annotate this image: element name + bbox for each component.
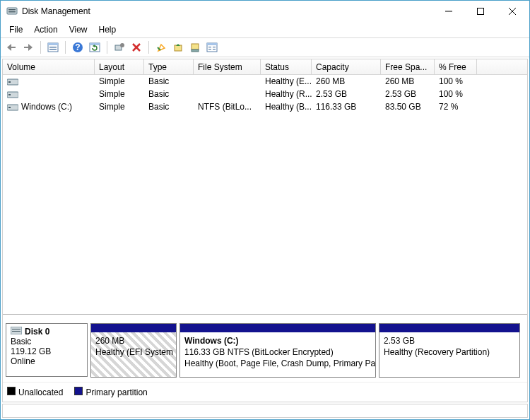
menu-action[interactable]: Action <box>28 23 63 37</box>
disk-state: Online <box>11 356 83 366</box>
disk-size: 119.12 GB <box>11 346 83 356</box>
volume-type: Basic <box>144 75 194 88</box>
nav-back-button[interactable] <box>4 40 19 55</box>
svg-rect-25 <box>207 43 217 45</box>
col-pctfree[interactable]: % Free <box>435 59 477 75</box>
content-area: Volume Layout Type File System Status Ca… <box>2 59 528 402</box>
partition-line1: 260 MB <box>95 335 172 346</box>
help-button[interactable]: ? <box>70 40 86 55</box>
menu-file[interactable]: File <box>4 23 28 37</box>
partition[interactable]: 2.53 GBHealthy (Recovery Partition) <box>379 323 520 378</box>
partition-body: Windows (C:)116.33 GB NTFS (BitLocker En… <box>180 332 375 377</box>
volume-row[interactable]: SimpleBasicHealthy (R...2.53 GB2.53 GB10… <box>3 88 527 100</box>
svg-text:?: ? <box>75 42 80 52</box>
volume-list[interactable]: Volume Layout Type File System Status Ca… <box>3 59 527 314</box>
toolbar-separator <box>148 41 149 54</box>
col-freespace[interactable]: Free Spa... <box>381 59 435 75</box>
disk-icon <box>11 327 22 337</box>
disk-label[interactable]: Disk 0 Basic 119.12 GB Online <box>6 323 88 377</box>
app-window: Disk Management File Action View Help ? … <box>0 0 530 420</box>
svg-rect-4 <box>477 8 483 15</box>
volume-capacity: 2.53 GB <box>312 88 381 100</box>
svg-rect-33 <box>8 94 11 95</box>
nav-forward-button[interactable] <box>20 40 36 55</box>
volume-free: 83.50 GB <box>381 100 435 113</box>
svg-rect-22 <box>192 44 199 49</box>
col-status[interactable]: Status <box>261 59 312 75</box>
delete-button[interactable] <box>129 40 144 55</box>
volume-pctfree: 100 % <box>435 88 477 100</box>
legend-primary: Primary partition <box>74 387 147 397</box>
legend: Unallocated Primary partition <box>3 382 527 402</box>
volume-layout: Simple <box>95 100 144 113</box>
volume-free: 2.53 GB <box>381 88 435 100</box>
drive-icon <box>7 91 18 98</box>
swatch-unallocated-icon <box>7 387 16 395</box>
svg-rect-10 <box>48 43 58 45</box>
swatch-primary-icon <box>74 387 83 395</box>
partition-bar <box>180 324 375 332</box>
svg-rect-26 <box>208 47 211 47</box>
volume-pctfree: 72 % <box>435 100 477 113</box>
show-hide-console-tree-button[interactable] <box>45 40 61 55</box>
partition-line2: Healthy (Recovery Partition) <box>384 346 515 358</box>
partition-body: 2.53 GBHealthy (Recovery Partition) <box>379 332 519 377</box>
svg-rect-1 <box>8 9 16 11</box>
volume-status: Healthy (E... <box>261 75 312 88</box>
col-filler <box>477 59 527 75</box>
svg-rect-8 <box>24 47 28 48</box>
svg-rect-38 <box>12 331 20 332</box>
volume-status: Healthy (R... <box>261 88 312 100</box>
toolbar: ? <box>1 37 529 57</box>
volume-pctfree: 100 % <box>435 75 477 88</box>
maximize-button[interactable] <box>464 1 496 22</box>
partition-line2: Healthy (Boot, Page File, Crash Dump, Pr… <box>184 358 371 369</box>
partition-body: 260 MBHealthy (EFI System Partition) <box>91 332 176 377</box>
volume-fs: NTFS (BitLo... <box>194 100 261 113</box>
svg-rect-21 <box>175 45 182 51</box>
disk-type: Basic <box>11 337 83 346</box>
svg-rect-12 <box>49 49 57 50</box>
refresh-button[interactable] <box>87 40 102 55</box>
disk-graphical-view: Disk 0 Basic 119.12 GB Online 260 MBHeal… <box>3 314 527 382</box>
menubar: File Action View Help <box>1 22 529 37</box>
volume-free: 260 MB <box>381 75 435 88</box>
menu-help[interactable]: Help <box>93 23 122 37</box>
properties-button[interactable] <box>204 40 220 55</box>
disk-name: Disk 0 <box>25 327 49 337</box>
show-bottom-button[interactable] <box>187 40 203 55</box>
volume-layout: Simple <box>95 88 144 100</box>
partition[interactable]: Windows (C:)116.33 GB NTFS (BitLocker En… <box>179 323 376 378</box>
col-type[interactable]: Type <box>144 59 194 75</box>
svg-rect-29 <box>213 49 216 49</box>
col-capacity[interactable]: Capacity <box>312 59 381 75</box>
svg-rect-0 <box>7 8 17 14</box>
drive-icon <box>7 103 18 111</box>
drive-icon <box>7 78 18 86</box>
show-top-button[interactable] <box>170 40 186 55</box>
col-layout[interactable]: Layout <box>95 59 144 75</box>
partition[interactable]: 260 MBHealthy (EFI System Partition) <box>90 323 177 378</box>
close-button[interactable] <box>496 1 528 22</box>
partition-line1: 2.53 GB <box>384 335 515 346</box>
partition-name: Windows (C:) <box>184 335 371 346</box>
svg-rect-7 <box>11 47 16 48</box>
col-filesystem[interactable]: File System <box>194 59 261 75</box>
app-icon <box>6 6 18 17</box>
volume-fs <box>194 88 261 100</box>
volume-row[interactable]: SimpleBasicHealthy (E...260 MB260 MB100 … <box>3 75 527 88</box>
partitions-container: 260 MBHealthy (EFI System Partition)Wind… <box>90 323 524 378</box>
settings-button[interactable] <box>112 40 127 55</box>
action-center-button[interactable] <box>153 40 169 55</box>
volume-row[interactable]: Windows (C:)SimpleBasicNTFS (BitLo...Hea… <box>3 100 527 113</box>
col-volume[interactable]: Volume <box>3 59 95 75</box>
menu-view[interactable]: View <box>64 23 93 37</box>
partition-bar <box>379 324 519 332</box>
svg-rect-11 <box>49 47 57 48</box>
minimize-button[interactable] <box>432 1 464 22</box>
volume-label: Windows (C:) <box>21 102 72 112</box>
volume-status: Healthy (B... <box>261 100 312 113</box>
partition-bar <box>91 324 176 332</box>
volume-list-header[interactable]: Volume Layout Type File System Status Ca… <box>3 59 527 75</box>
volume-type: Basic <box>144 88 194 100</box>
